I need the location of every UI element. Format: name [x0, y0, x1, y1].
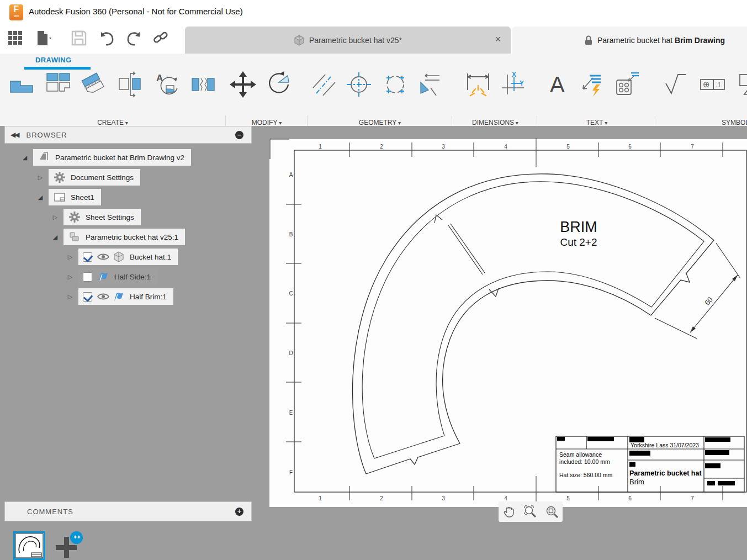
svg-text:X: X [512, 71, 516, 78]
symbols-label[interactable]: SYMBOLS [657, 119, 747, 126]
tree-row-document-settings[interactable]: Document Settings [36, 169, 140, 186]
leader-text-icon[interactable] [576, 71, 603, 98]
redo-icon[interactable] [126, 30, 142, 46]
break-view-icon[interactable] [190, 71, 216, 98]
visibility-checkbox[interactable] [83, 272, 92, 282]
svg-text:7: 7 [691, 144, 694, 150]
svg-text:Y: Y [520, 80, 524, 87]
file-menu-icon[interactable] [34, 30, 51, 46]
drawing-sheet[interactable]: 12 34 56 7 12 34 56 7 AB CD EF [254, 126, 747, 560]
expand-icon[interactable] [66, 273, 74, 281]
rotate-icon[interactable] [266, 71, 292, 98]
tree-label[interactable]: Half Side:1 [114, 273, 151, 281]
app-grid-icon[interactable] [7, 30, 24, 46]
ordinate-dimension-icon[interactable]: X Y [500, 71, 526, 98]
drawing-label[interactable]: BRIM [560, 219, 597, 235]
visibility-checkbox[interactable] [83, 252, 92, 262]
section-view-icon[interactable] [118, 71, 144, 98]
dimension-icon[interactable] [465, 71, 491, 98]
pan-hand-icon[interactable] [502, 505, 516, 519]
expand-icon[interactable] [36, 173, 44, 181]
datum-identifier-icon[interactable] [735, 71, 747, 98]
tab-close-icon[interactable] [492, 33, 504, 45]
doc-tab-active[interactable]: Parametric bucket hat Brim Drawing [512, 27, 747, 54]
visibility-checkbox[interactable] [83, 292, 92, 302]
tree-row-sheet1[interactable]: Sheet1 [36, 189, 101, 205]
doc-tab-inactive[interactable]: Parametric bucket hat v25* [185, 27, 511, 54]
zoom-window-icon[interactable] [523, 505, 538, 519]
comments-panel[interactable]: COMMENTS [4, 501, 252, 521]
fusion-app-icon: F360 [9, 4, 23, 20]
expand-icon[interactable] [66, 293, 74, 300]
part-title: Parametric bucket hat [629, 469, 702, 477]
detail-view-icon[interactable]: A [154, 71, 181, 98]
edge-extension-icon[interactable] [417, 71, 444, 98]
surface-texture-icon[interactable] [663, 71, 689, 98]
tree-label[interactable]: Sheet Settings [86, 213, 134, 221]
expand-icon[interactable] [21, 154, 29, 161]
centerline-icon[interactable] [311, 71, 337, 98]
move-copy-icon[interactable] [230, 71, 256, 98]
sheet-paper [269, 139, 747, 507]
geometry-label[interactable]: GEOMETRY [309, 119, 451, 126]
svg-text:E: E [289, 410, 293, 416]
group-create: A CREATE [4, 70, 221, 125]
center-mark-icon[interactable] [346, 71, 372, 98]
tree-label[interactable]: Parametric bucket hat v25:1 [86, 233, 178, 241]
svg-text:.1: .1 [716, 81, 721, 89]
tree-label[interactable]: Document Settings [71, 173, 134, 182]
collapse-panel-icon[interactable] [10, 131, 18, 139]
base-view-icon[interactable] [8, 71, 35, 98]
add-comment-icon[interactable] [235, 508, 243, 516]
flat-pattern-flag-icon [112, 290, 125, 303]
share-link-icon[interactable] [152, 30, 169, 46]
expand-icon[interactable] [51, 213, 59, 221]
projected-view-icon[interactable] [45, 71, 72, 98]
auxiliary-view-icon[interactable] [81, 71, 107, 98]
eye-icon[interactable] [97, 250, 110, 263]
tree-row-component[interactable]: Parametric bucket hat v25:1 [51, 229, 185, 245]
tree-label[interactable]: Half Brim:1 [130, 293, 167, 301]
expand-icon[interactable] [66, 253, 74, 261]
svg-text:D: D [289, 350, 293, 356]
tab-drawing[interactable]: DRAWING [35, 56, 72, 64]
app-title: Autodesk Fusion 360 (Personal - Not for … [29, 7, 243, 16]
tree-row-sheet-settings[interactable]: Sheet Settings [51, 209, 141, 225]
modify-label[interactable]: MODIFY [227, 119, 306, 126]
svg-text:3: 3 [442, 495, 445, 501]
svg-text:1: 1 [319, 144, 322, 150]
drawing-sublabel[interactable]: Cut 2+2 [560, 236, 597, 248]
tree-label[interactable]: Bucket hat:1 [130, 253, 171, 261]
sheet-thumbnail[interactable] [13, 531, 45, 560]
svg-text:2: 2 [380, 495, 383, 501]
svg-text:F: F [289, 469, 293, 476]
text-label[interactable]: TEXT [539, 119, 655, 126]
new-sheet-button[interactable] [56, 537, 78, 559]
save-icon[interactable] [71, 30, 87, 46]
minimize-browser-icon[interactable] [235, 131, 243, 139]
expand-icon[interactable] [36, 193, 44, 201]
canvas-area[interactable]: 12 34 56 7 12 34 56 7 AB CD EF [0, 126, 747, 560]
table-icon[interactable] [613, 71, 640, 98]
tree-row-root[interactable]: Parametric bucket hat Brim Drawing v2 [21, 149, 191, 166]
svg-text:7: 7 [691, 495, 694, 501]
tree-row-half-side[interactable]: Half Side:1 [66, 268, 157, 285]
gear-icon [53, 171, 66, 184]
browser-header[interactable]: BROWSER [4, 126, 252, 144]
eye-icon[interactable] [97, 290, 110, 303]
undo-icon[interactable] [98, 30, 115, 46]
text-icon[interactable]: A [545, 71, 572, 98]
center-mark-pattern-icon[interactable] [382, 71, 409, 98]
zoom-fit-icon[interactable] [545, 505, 559, 519]
tree-row-bucket-hat[interactable]: Bucket hat:1 [66, 249, 178, 265]
dimensions-label[interactable]: DIMENSIONS [454, 119, 537, 126]
svg-text:6: 6 [628, 144, 632, 150]
tree-label[interactable]: Sheet1 [71, 193, 94, 202]
expand-icon[interactable] [51, 233, 59, 241]
tree-label[interactable]: Parametric bucket hat Brim Drawing v2 [55, 154, 184, 162]
tree-row-half-brim[interactable]: Half Brim:1 [66, 288, 173, 305]
feature-control-frame-icon[interactable]: ⊕ .1 [700, 71, 726, 98]
create-label[interactable]: CREATE [4, 119, 221, 126]
lock-icon [584, 35, 593, 46]
svg-text:B: B [289, 231, 293, 237]
